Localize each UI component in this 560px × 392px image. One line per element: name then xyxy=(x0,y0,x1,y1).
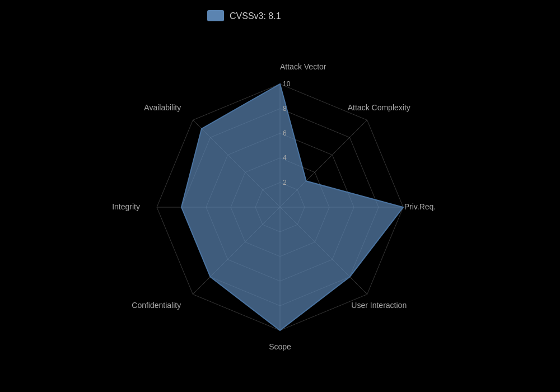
svg-text:Integrity: Integrity xyxy=(112,202,140,211)
svg-text:6: 6 xyxy=(283,129,287,137)
svg-text:4: 4 xyxy=(283,154,287,162)
svg-text:8: 8 xyxy=(283,105,287,113)
legend-label: CVSSv3: 8.1 xyxy=(230,11,281,21)
svg-text:Priv.Req.: Priv.Req. xyxy=(404,202,436,211)
svg-text:Confidentiality: Confidentiality xyxy=(132,301,181,310)
svg-text:2: 2 xyxy=(283,179,287,186)
svg-text:Attack Vector: Attack Vector xyxy=(280,62,326,71)
svg-text:Scope: Scope xyxy=(269,342,291,351)
svg-text:10: 10 xyxy=(283,80,291,88)
chart-container: CVSSv3: 8.1 Attack VectorAttack Complexi… xyxy=(0,0,560,392)
svg-marker-13 xyxy=(181,84,403,330)
legend-color-box xyxy=(207,10,224,21)
svg-text:Availability: Availability xyxy=(144,103,181,112)
svg-text:User Interaction: User Interaction xyxy=(351,301,407,310)
svg-text:Attack Complexity: Attack Complexity xyxy=(348,103,410,112)
radar-data xyxy=(181,84,403,330)
